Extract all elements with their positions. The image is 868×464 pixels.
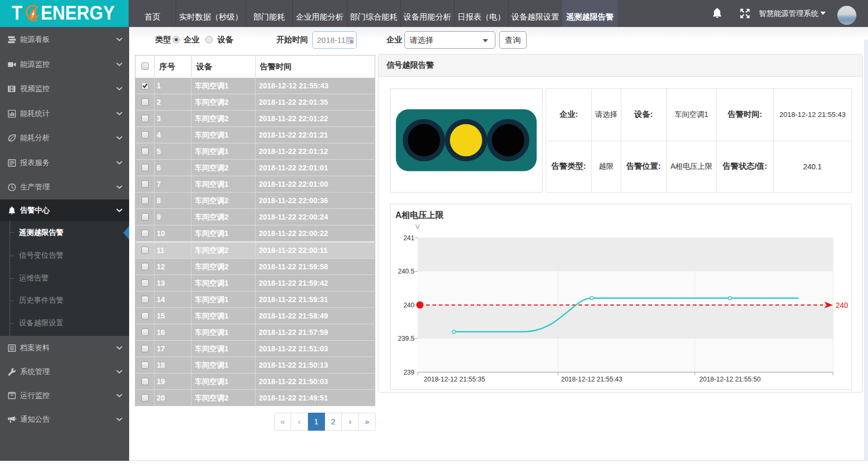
svg-text:241: 241 xyxy=(403,234,414,242)
svg-text:239.5: 239.5 xyxy=(398,335,414,342)
svg-text:240: 240 xyxy=(836,301,848,310)
svg-text:240.5: 240.5 xyxy=(398,268,414,275)
svg-text:2018-12-12 21:55:35: 2018-12-12 21:55:35 xyxy=(424,376,485,383)
svg-text:239: 239 xyxy=(403,369,414,376)
svg-text:240: 240 xyxy=(403,302,414,309)
svg-text:2018-12-12 21:55:50: 2018-12-12 21:55:50 xyxy=(699,376,761,383)
svg-text:2018-12-12 21:55:43: 2018-12-12 21:55:43 xyxy=(561,376,622,383)
svg-text:V: V xyxy=(415,223,420,231)
